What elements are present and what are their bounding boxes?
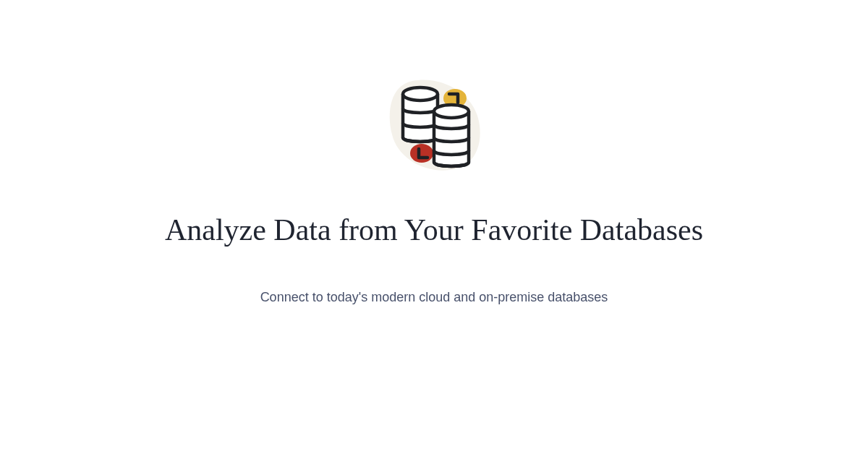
- svg-point-3: [434, 105, 469, 118]
- page-headline: Analyze Data from Your Favorite Database…: [165, 211, 703, 249]
- svg-point-2: [410, 144, 433, 163]
- hero-section: Analyze Data from Your Favorite Database…: [0, 0, 868, 454]
- database-sync-icon: [376, 72, 492, 188]
- svg-point-1: [403, 87, 438, 100]
- page-subtitle: Connect to today's modern cloud and on-p…: [260, 290, 608, 305]
